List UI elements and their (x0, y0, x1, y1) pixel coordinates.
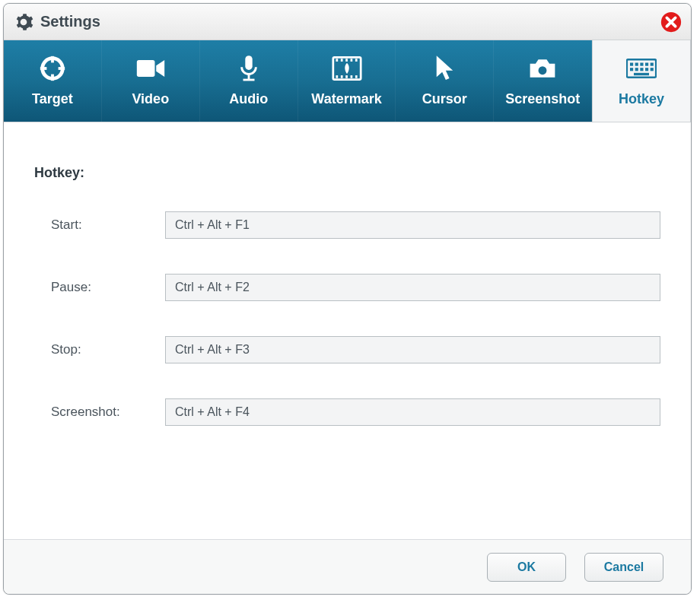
camera-icon (527, 55, 558, 82)
svg-rect-33 (634, 73, 649, 75)
tab-label: Video (132, 91, 169, 107)
close-button[interactable] (659, 10, 683, 34)
hotkey-input-start[interactable] (165, 211, 660, 239)
svg-rect-24 (635, 63, 638, 66)
keyboard-icon (626, 55, 657, 82)
ok-button[interactable]: OK (487, 553, 566, 582)
settings-window: Settings Target (3, 3, 692, 595)
svg-rect-27 (651, 63, 654, 66)
tab-label: Audio (229, 91, 268, 107)
tab-label: Screenshot (505, 91, 580, 107)
tab-hotkey[interactable]: Hotkey (592, 40, 691, 122)
tab-cursor[interactable]: Cursor (396, 40, 494, 122)
svg-rect-14 (350, 59, 352, 62)
hotkey-input-pause[interactable] (165, 274, 660, 301)
target-icon (37, 55, 68, 82)
svg-rect-26 (645, 63, 648, 66)
hotkey-label-pause: Pause: (51, 280, 165, 295)
svg-point-21 (539, 66, 547, 75)
svg-rect-11 (336, 59, 338, 62)
tab-label: Target (32, 91, 73, 107)
cursor-icon (429, 55, 460, 82)
svg-rect-20 (355, 75, 357, 78)
svg-rect-18 (345, 75, 348, 78)
hotkey-row-pause: Pause: (34, 274, 660, 301)
hotkey-panel: Hotkey: Start: Pause: Stop: Screenshot: (4, 122, 691, 539)
watermark-icon (332, 55, 362, 82)
svg-rect-30 (640, 68, 643, 71)
hotkey-row-start: Start: (34, 211, 660, 239)
hotkey-input-stop[interactable] (165, 336, 660, 363)
svg-rect-28 (630, 68, 633, 71)
svg-rect-25 (640, 63, 643, 66)
cancel-button[interactable]: Cancel (584, 553, 663, 582)
tab-label: Cursor (422, 91, 467, 107)
window-title: Settings (40, 13, 100, 30)
microphone-icon (234, 55, 264, 82)
hotkey-row-stop: Stop: (34, 336, 660, 363)
svg-rect-19 (350, 75, 352, 78)
svg-rect-23 (630, 63, 633, 66)
gear-icon (13, 11, 34, 33)
svg-rect-16 (336, 75, 338, 78)
tab-watermark[interactable]: Watermark (298, 40, 396, 122)
svg-rect-29 (635, 68, 638, 71)
hotkey-row-screenshot: Screenshot: (34, 398, 660, 426)
close-icon (660, 11, 682, 33)
svg-rect-17 (340, 75, 342, 78)
svg-rect-15 (355, 59, 357, 62)
tab-screenshot[interactable]: Screenshot (494, 40, 592, 122)
footer: OK Cancel (4, 539, 691, 594)
titlebar: Settings (4, 4, 691, 40)
svg-rect-6 (137, 60, 155, 77)
svg-rect-32 (651, 68, 654, 71)
svg-rect-12 (340, 59, 342, 62)
hotkey-label-stop: Stop: (51, 342, 165, 357)
tab-label: Hotkey (619, 91, 664, 107)
hotkey-label-start: Start: (51, 217, 165, 233)
hotkey-label-screenshot: Screenshot: (51, 405, 165, 420)
svg-rect-31 (645, 68, 648, 71)
tab-audio[interactable]: Audio (200, 40, 298, 122)
svg-rect-13 (345, 59, 348, 62)
hotkey-input-screenshot[interactable] (165, 398, 660, 426)
svg-rect-7 (245, 56, 252, 70)
section-title: Hotkey: (34, 165, 660, 181)
tab-video[interactable]: Video (102, 40, 200, 122)
tab-label: Watermark (311, 91, 381, 107)
tab-target[interactable]: Target (4, 40, 102, 122)
video-icon (135, 55, 166, 82)
tabstrip: Target Video Audio (4, 40, 691, 122)
